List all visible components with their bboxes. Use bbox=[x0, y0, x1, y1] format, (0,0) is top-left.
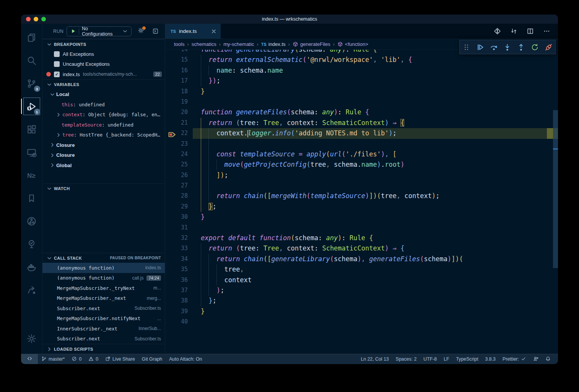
code-line[interactable]: 15 return externalSchematic('@nrwl/works… bbox=[165, 55, 558, 65]
split-editor-icon[interactable] bbox=[527, 28, 534, 35]
encoding[interactable]: UTF-8 bbox=[420, 354, 440, 364]
code-line[interactable]: 27 bbox=[165, 181, 558, 191]
variable-row[interactable]: Closure bbox=[42, 150, 165, 161]
code-line[interactable]: 18} bbox=[165, 86, 558, 97]
minimize-window-button[interactable] bbox=[34, 17, 38, 21]
code-line[interactable]: 26 ]); bbox=[165, 170, 558, 181]
remote-explorer-icon[interactable] bbox=[23, 141, 41, 164]
code-line[interactable]: 24 const templateSource = apply(url('./f… bbox=[165, 149, 558, 159]
call-stack-frame[interactable]: MergeMapSubscriber._tryNextm... bbox=[42, 283, 165, 293]
language-mode[interactable]: TypeScript bbox=[452, 354, 481, 364]
debug-current-step-breakpoint-icon[interactable] bbox=[168, 130, 176, 137]
call-stack-frame[interactable]: MergeMapSubscriber.notifyNext... bbox=[42, 314, 165, 324]
code-line[interactable]: 39} bbox=[165, 306, 558, 317]
code-line[interactable]: 32export default function(schema: any): … bbox=[165, 233, 558, 243]
code-line[interactable]: 16 name: schema.name bbox=[165, 65, 558, 76]
breakpoint-checkbox[interactable] bbox=[54, 51, 60, 57]
code-line[interactable]: 28 return chain([mergeWith(templateSourc… bbox=[165, 191, 558, 201]
breadcrumb-item[interactable]: schematics bbox=[192, 41, 216, 47]
call-stack-section-header[interactable]: CALL STACK PAUSED ON BREAKPOINT bbox=[42, 253, 165, 263]
close-window-button[interactable] bbox=[26, 17, 31, 21]
start-debug-icon[interactable] bbox=[70, 27, 76, 36]
feedback-icon[interactable] bbox=[530, 354, 542, 364]
more-actions-icon[interactable] bbox=[543, 28, 550, 35]
code-line[interactable]: 33 return (tree: Tree, context: Schemati… bbox=[165, 243, 558, 254]
run-debug-icon[interactable]: 1 bbox=[23, 95, 41, 118]
loaded-scripts-section-header[interactable]: LOADED SCRIPTS bbox=[42, 344, 165, 354]
source-control-icon[interactable]: 3 bbox=[23, 72, 41, 95]
launch-config-dropdown[interactable]: No Configurations bbox=[67, 26, 132, 36]
breadcrumb-item[interactable]: TSindex.ts bbox=[261, 41, 286, 47]
breakpoint-row[interactable]: Uncaught Exceptions bbox=[42, 59, 165, 70]
eol[interactable]: LF bbox=[440, 354, 452, 364]
notifications-icon[interactable] bbox=[542, 354, 554, 364]
code-line[interactable]: 23 bbox=[165, 139, 558, 149]
todo-tree-icon[interactable] bbox=[23, 233, 41, 255]
manage-gear-icon[interactable] bbox=[23, 327, 41, 350]
nx-console-icon[interactable]: N≥ bbox=[23, 164, 41, 187]
breadcrumb-item[interactable]: <function> bbox=[337, 41, 368, 47]
git-graph-icon[interactable] bbox=[23, 210, 41, 233]
breakpoint-row[interactable]: ✓index.tstools/schematics/my-sch...22 bbox=[42, 69, 165, 80]
warnings[interactable]: 0 bbox=[85, 354, 102, 364]
code-line[interactable]: 34 return chain([generateLibrary(schema)… bbox=[165, 254, 558, 264]
debug-console-icon[interactable] bbox=[151, 27, 159, 36]
code-editor[interactable]: 14function generateLibrary(schema: any):… bbox=[165, 50, 558, 354]
breadcrumb-item[interactable]: tools bbox=[174, 41, 184, 47]
cursor-position[interactable]: Ln 22, Col 13 bbox=[357, 354, 392, 364]
call-stack-frame[interactable]: Subscriber.nextSubscriber.ts bbox=[42, 334, 165, 344]
breadcrumb-item[interactable]: my-schematic bbox=[223, 41, 254, 47]
step-into-icon[interactable] bbox=[503, 43, 511, 51]
indent-size[interactable]: Spaces: 2 bbox=[392, 354, 420, 364]
ts-version[interactable]: 3.8.3 bbox=[482, 354, 499, 364]
code-line[interactable]: 37 ); bbox=[165, 285, 558, 296]
search-icon[interactable] bbox=[23, 49, 41, 72]
code-line[interactable]: 31 bbox=[165, 223, 558, 233]
configure-gear-icon[interactable] bbox=[137, 27, 145, 36]
code-line[interactable]: 25 move(getProjectConfig(tree, schema.na… bbox=[165, 159, 558, 170]
code-line-current[interactable]: 22 context.logger.info('adding NOTES.md … bbox=[165, 128, 558, 138]
variable-row[interactable]: Local bbox=[42, 89, 165, 100]
share-icon[interactable] bbox=[23, 278, 41, 301]
watch-section-header[interactable]: WATCH bbox=[42, 184, 165, 194]
breadcrumb-item[interactable]: generateFiles bbox=[293, 41, 330, 47]
call-stack-frame[interactable]: Subscriber.nextSubscriber.ts bbox=[42, 303, 165, 314]
remote-indicator[interactable] bbox=[21, 354, 38, 364]
editor-scrollbar[interactable] bbox=[553, 50, 558, 354]
code-line[interactable]: 38 }; bbox=[165, 296, 558, 306]
code-line[interactable]: 20function generateFiles(schema: any): R… bbox=[165, 107, 558, 117]
code-line[interactable]: 29 }; bbox=[165, 202, 558, 212]
variable-row[interactable]: Closure bbox=[42, 140, 165, 150]
call-stack-frame[interactable]: (anonymous function)index.ts bbox=[42, 263, 165, 273]
drag-handle[interactable] bbox=[462, 43, 470, 51]
chevron-down-icon[interactable] bbox=[122, 27, 128, 36]
code-line[interactable]: 35 tree, bbox=[165, 264, 558, 275]
variable-row[interactable]: tree: HostTree {_backend: ScopedH… bbox=[42, 130, 165, 140]
extensions-icon[interactable] bbox=[23, 118, 41, 141]
docker-icon[interactable] bbox=[23, 255, 41, 278]
breakpoint-checkbox[interactable]: ✓ bbox=[54, 72, 60, 77]
breakpoint-checkbox[interactable] bbox=[54, 61, 60, 67]
code-line[interactable]: 21 return (tree: Tree, context: Schemati… bbox=[165, 118, 558, 128]
variable-row[interactable]: Global bbox=[42, 160, 165, 171]
code-line[interactable]: 19 bbox=[165, 97, 558, 107]
step-out-icon[interactable] bbox=[517, 43, 525, 51]
variables-section-header[interactable]: VARIABLES bbox=[42, 80, 165, 89]
close-tab-icon[interactable] bbox=[211, 28, 217, 34]
git-branch[interactable]: master* bbox=[38, 354, 68, 364]
auto-attach[interactable]: Auto Attach: On bbox=[166, 354, 205, 364]
variable-row[interactable]: context: Object {debug: false, en… bbox=[42, 110, 165, 120]
disconnect-icon[interactable] bbox=[545, 43, 553, 51]
variable-row[interactable]: this: undefined bbox=[42, 99, 165, 110]
breakpoint-row[interactable]: All Exceptions bbox=[42, 49, 165, 59]
restart-icon[interactable] bbox=[531, 43, 539, 51]
code-line[interactable]: 40 bbox=[165, 317, 558, 327]
errors[interactable]: 0 bbox=[68, 354, 85, 364]
variable-row[interactable]: templateSource: undefined bbox=[42, 120, 165, 130]
call-stack-frame[interactable]: InnerSubscriber._nextInnerSub... bbox=[42, 324, 165, 334]
step-over-icon[interactable] bbox=[490, 43, 498, 51]
live-share[interactable]: Live Share bbox=[102, 354, 138, 364]
tab-index-ts[interactable]: TS index.ts bbox=[165, 24, 221, 39]
bookmarks-icon[interactable] bbox=[23, 187, 41, 210]
code-line[interactable]: 17 }); bbox=[165, 76, 558, 86]
